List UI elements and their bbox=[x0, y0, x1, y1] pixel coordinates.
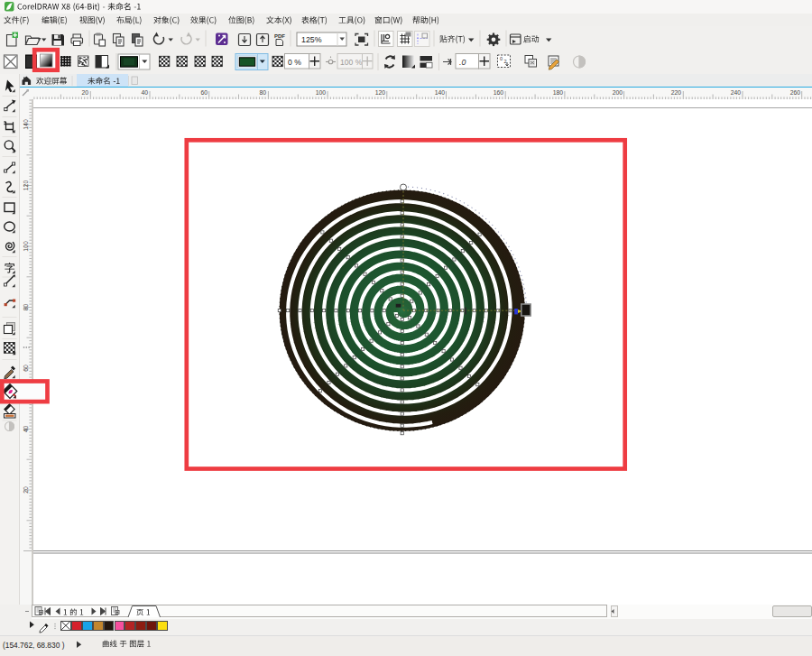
svg-text:80: 80 bbox=[23, 304, 29, 311]
svg-text:120: 120 bbox=[23, 180, 29, 191]
svg-text:PDF: PDF bbox=[274, 33, 285, 39]
svg-text:100: 100 bbox=[316, 89, 327, 96]
svg-text:20: 20 bbox=[23, 486, 29, 494]
svg-text:2: 2 bbox=[504, 59, 507, 64]
svg-text:0 %: 0 % bbox=[288, 58, 301, 67]
svg-text:140: 140 bbox=[23, 119, 29, 130]
svg-text:0: 0 bbox=[500, 56, 503, 61]
svg-text:120: 120 bbox=[375, 89, 386, 96]
svg-text:60: 60 bbox=[23, 365, 29, 372]
svg-text:140: 140 bbox=[435, 89, 446, 96]
svg-text:80: 80 bbox=[259, 89, 266, 96]
svg-text:260: 260 bbox=[790, 89, 801, 96]
svg-text:160: 160 bbox=[494, 89, 504, 96]
svg-text:100 %: 100 % bbox=[340, 58, 363, 67]
svg-text:60: 60 bbox=[200, 89, 208, 96]
svg-text:100: 100 bbox=[23, 241, 29, 252]
svg-text:220: 220 bbox=[671, 89, 682, 96]
svg-text:40: 40 bbox=[23, 426, 29, 433]
svg-text:200: 200 bbox=[613, 89, 623, 96]
svg-text:40: 40 bbox=[141, 89, 148, 96]
svg-text:.0: .0 bbox=[459, 58, 466, 67]
svg-text:20: 20 bbox=[81, 89, 88, 96]
svg-text:125%: 125% bbox=[301, 35, 322, 44]
svg-text:240: 240 bbox=[731, 89, 742, 96]
svg-text:180: 180 bbox=[553, 89, 564, 96]
